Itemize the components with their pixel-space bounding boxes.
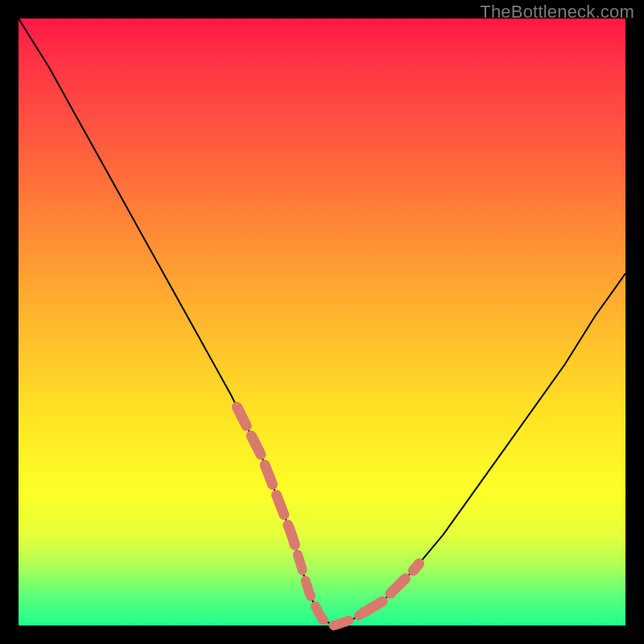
chart-plot-area (19, 19, 625, 625)
highlight-dash (237, 407, 297, 555)
highlight-dash (365, 564, 419, 612)
watermark-text: TheBottleneck.com (480, 2, 634, 23)
chart-svg (19, 19, 625, 625)
bottleneck-curve-path (19, 19, 625, 625)
chart-frame: TheBottleneck.com (0, 0, 644, 644)
highlight-dash-group (237, 407, 419, 625)
highlight-dash (298, 555, 365, 625)
